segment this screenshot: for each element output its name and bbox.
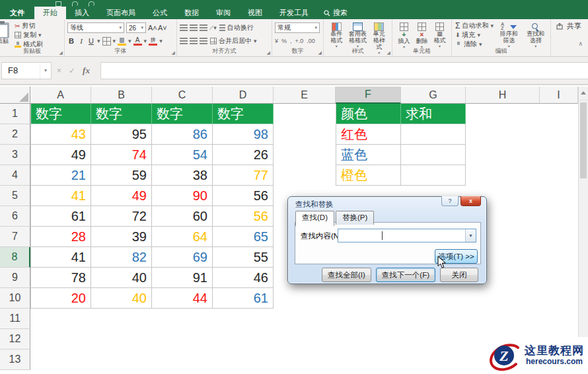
sort-filter-button[interactable]: AZ排序和筛选▾ [497, 21, 521, 48]
dialog-tab-1[interactable]: 替换(P) [336, 211, 374, 225]
row-header-3[interactable]: 3 [0, 145, 30, 165]
ribbon-tab-4[interactable]: 数据 [176, 7, 207, 19]
cell-G2[interactable] [401, 124, 466, 145]
name-box-dropdown-icon[interactable]: ▾ [40, 63, 51, 79]
font-name-combo[interactable]: 等线▾ [67, 22, 124, 33]
find-combo-dropdown-icon[interactable]: ▼ [465, 229, 476, 242]
quick-access-toolbar[interactable] [55, 1, 94, 7]
collapse-ribbon-icon[interactable]: ∧ [578, 40, 583, 47]
find-what-combo[interactable]: ▼ [338, 229, 476, 243]
row-header-6[interactable]: 6 [0, 206, 30, 227]
wrap-text-button[interactable]: 自动换行 [219, 23, 254, 32]
scroll-up-icon[interactable] [579, 87, 588, 100]
cell-D6[interactable]: 56 [213, 206, 274, 227]
confirm-entry-icon[interactable]: ✓ [69, 66, 75, 75]
ribbon-tab-5[interactable]: 审阅 [207, 7, 239, 19]
cell-D1[interactable]: 数字 [213, 104, 274, 124]
select-all-corner[interactable] [0, 87, 30, 104]
cell-C1[interactable]: 数字 [152, 104, 213, 124]
decrease-decimal-icon[interactable]: .00 [307, 38, 315, 44]
column-header-C[interactable]: C [152, 87, 213, 104]
column-header-F[interactable]: F [336, 87, 401, 104]
comma-format-icon[interactable]: , [290, 38, 292, 44]
cell-D3[interactable]: 26 [213, 145, 274, 165]
cell-D8[interactable]: 55 [213, 247, 274, 268]
cell-D7[interactable]: 65 [213, 227, 274, 247]
save-icon[interactable] [55, 1, 61, 7]
cell-B3[interactable]: 74 [91, 145, 152, 165]
align-middle-icon[interactable] [190, 24, 198, 31]
paste-button[interactable]: 粘贴 [0, 21, 11, 49]
cell-C10[interactable]: 44 [152, 288, 213, 309]
cell-D4[interactable]: 77 [213, 165, 274, 186]
scrollbar-thumb[interactable] [580, 102, 587, 178]
alignment-dialog-launcher[interactable]: ◢ [267, 50, 270, 55]
font-size-combo[interactable]: 26▾ [126, 22, 146, 33]
ribbon-tab-0[interactable]: 开始 [34, 7, 66, 19]
cell-F1[interactable]: 颜色 [336, 104, 401, 124]
ribbon-tab-6[interactable]: 视图 [239, 7, 271, 19]
cell-C3[interactable]: 54 [152, 145, 213, 165]
insert-function-icon[interactable]: fx [83, 65, 90, 76]
align-center-icon[interactable] [190, 38, 198, 44]
cell-C7[interactable]: 64 [152, 227, 213, 247]
clipboard-dialog-launcher[interactable]: ◢ [59, 50, 63, 55]
shrink-font-button[interactable]: A˅ [158, 24, 166, 32]
column-header-B[interactable]: B [91, 87, 152, 104]
undo-icon[interactable] [72, 1, 78, 7]
align-bottom-icon[interactable] [200, 24, 207, 31]
bold-button[interactable]: B [67, 37, 75, 45]
number-format-combo[interactable]: 常规▾ [275, 22, 320, 33]
column-header-A[interactable]: A [30, 87, 91, 104]
cell-A5[interactable]: 41 [30, 186, 91, 206]
format-cells-button[interactable]: ▦格式▾ [431, 21, 449, 48]
merge-center-button[interactable]: 合并后居中 ▾ [209, 36, 258, 46]
column-header-G[interactable]: G [401, 87, 466, 104]
copy-button[interactable]: 复制 ▾ [14, 30, 42, 40]
cell-D2[interactable]: 98 [213, 124, 274, 145]
percent-format-icon[interactable]: % [281, 38, 287, 44]
insert-cells-button[interactable]: +插入▾ [395, 21, 413, 48]
redo-icon[interactable] [89, 1, 94, 7]
cell-A9[interactable]: 78 [30, 268, 91, 288]
cell-G3[interactable] [401, 145, 466, 165]
cell-B8[interactable]: 82 [91, 247, 152, 268]
cell-B4[interactable]: 59 [91, 165, 152, 186]
cell-C5[interactable]: 90 [152, 186, 213, 206]
cut-button[interactable]: ✂剪切 [14, 21, 36, 30]
cell-B1[interactable]: 数字 [91, 104, 152, 124]
tell-me-search[interactable]: 搜索 [317, 7, 354, 19]
cell-B6[interactable]: 72 [91, 206, 152, 227]
cell-C8[interactable]: 69 [152, 247, 213, 268]
column-header-E[interactable]: E [274, 87, 336, 104]
dialog-help-button[interactable]: ? [441, 196, 459, 206]
font-color-icon[interactable]: A [133, 37, 142, 46]
cell-C9[interactable]: 91 [152, 268, 213, 288]
styles-dialog-launcher[interactable]: ◢ [387, 50, 390, 55]
row-header-1[interactable]: 1 [0, 104, 30, 124]
align-right-icon[interactable] [200, 38, 207, 44]
find-what-input[interactable] [339, 230, 466, 241]
grow-font-button[interactable]: A˄ [148, 24, 156, 32]
vertical-scrollbar[interactable] [578, 87, 588, 374]
row-header-7[interactable]: 7 [0, 227, 30, 247]
row-header-5[interactable]: 5 [0, 186, 30, 206]
row-header-9[interactable]: 9 [0, 268, 30, 288]
find-select-button[interactable]: 查找和选择▾ [523, 21, 548, 48]
phonetic-guide-icon[interactable]: 拼 [149, 37, 157, 46]
name-box[interactable]: F8▾ [1, 62, 52, 79]
conditional-formatting-button[interactable]: 条件格式▾ [326, 21, 347, 48]
file-tab[interactable]: 文件 [0, 7, 34, 19]
underline-button[interactable]: U [87, 37, 95, 45]
column-header-D[interactable]: D [213, 87, 274, 104]
delete-cells-button[interactable]: ×删除▾ [413, 21, 431, 48]
borders-icon[interactable] [102, 37, 111, 46]
cell-styles-button[interactable]: 单元格样式▾ [369, 21, 389, 48]
number-dialog-launcher[interactable]: ◢ [318, 50, 322, 55]
cell-A8[interactable]: 41 [30, 247, 91, 268]
dialog-button-1[interactable]: 查找下一个(F) [376, 268, 435, 282]
row-header-8[interactable]: 8 [0, 247, 30, 268]
cell-A1[interactable]: 数字 [30, 104, 91, 124]
cancel-entry-icon[interactable]: × [57, 66, 61, 75]
column-header-H[interactable]: H [466, 87, 540, 104]
